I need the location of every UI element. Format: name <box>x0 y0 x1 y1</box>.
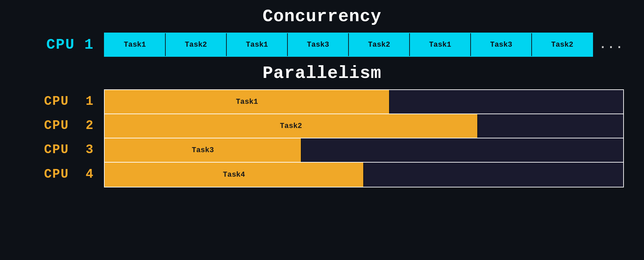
parallelism-task-3: Task3 <box>105 138 302 162</box>
concurrency-section: Concurrency CPU 1 Task1 Task2 Task1 Task… <box>20 7 624 57</box>
concurrency-title: Concurrency <box>263 7 381 27</box>
concurrency-task-4: Task3 <box>288 33 349 56</box>
parallelism-task-1: Task1 <box>105 90 390 114</box>
concurrency-task-1: Task1 <box>105 33 166 56</box>
parallelism-cpu-label-2: CPU 2 <box>20 114 94 138</box>
parallelism-row-1: Task1 <box>105 90 623 114</box>
parallelism-empty-1 <box>390 90 623 114</box>
cpu-labels-col: CPU 1 CPU 2 CPU 3 CPU 4 <box>20 89 94 187</box>
concurrency-task-8: Task2 <box>532 33 592 56</box>
parallelism-task-4: Task4 <box>105 163 364 187</box>
parallelism-empty-4 <box>364 163 623 187</box>
parallelism-row-2: Task2 <box>105 114 623 138</box>
parallelism-empty-2 <box>478 114 623 138</box>
parallelism-row-3: Task3 <box>105 138 623 163</box>
concurrency-cpu-label: CPU 1 <box>20 36 94 53</box>
concurrency-task-2: Task2 <box>166 33 227 56</box>
parallelism-cpu-label-1: CPU 1 <box>20 89 94 114</box>
parallelism-task-2: Task2 <box>105 114 478 138</box>
concurrency-task-5: Task2 <box>349 33 410 56</box>
concurrency-tasks-wrapper: Task1 Task2 Task1 Task3 Task2 Task1 Task… <box>104 33 624 57</box>
concurrency-dots: ... <box>599 38 624 52</box>
concurrency-task-7: Task3 <box>471 33 532 56</box>
concurrency-row: CPU 1 Task1 Task2 Task1 Task3 Task2 Task… <box>20 33 624 57</box>
concurrency-bar: Task1 Task2 Task1 Task3 Task2 Task1 Task… <box>104 33 593 57</box>
concurrency-task-6: Task1 <box>410 33 471 56</box>
concurrency-task-3: Task1 <box>227 33 288 56</box>
parallelism-grid: CPU 1 CPU 2 CPU 3 CPU 4 Task1 Task2 Task… <box>20 89 624 187</box>
parallelism-bars-col: Task1 Task2 Task3 Task4 <box>104 89 624 187</box>
parallelism-cpu-label-4: CPU 4 <box>20 162 94 186</box>
parallelism-row-4: Task4 <box>105 163 623 187</box>
parallelism-empty-3 <box>302 138 623 162</box>
parallelism-cpu-label-3: CPU 3 <box>20 138 94 162</box>
parallelism-title: Parallelism <box>263 63 381 83</box>
parallelism-section: Parallelism CPU 1 CPU 2 CPU 3 CPU 4 Task… <box>20 63 624 187</box>
